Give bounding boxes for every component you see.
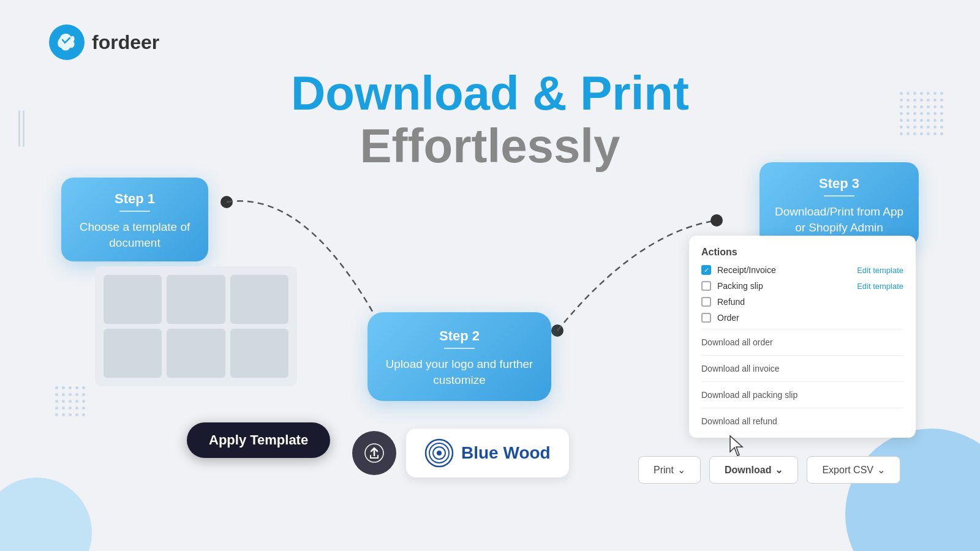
bottom-buttons: Print ⌄ Download ⌄ Export CSV ⌄ bbox=[638, 456, 900, 484]
actions-panel: Actions Receipt/Invoice Edit template Pa… bbox=[689, 236, 916, 438]
blue-wood-card: Blue Wood bbox=[406, 429, 569, 478]
checkbox-packing[interactable] bbox=[701, 281, 711, 291]
template-grid bbox=[95, 266, 297, 386]
action-label-order: Order bbox=[717, 313, 739, 323]
template-cell-1[interactable] bbox=[104, 275, 162, 324]
download-all-invoice[interactable]: Download all invoice bbox=[701, 361, 903, 377]
template-cell-4[interactable] bbox=[104, 329, 162, 378]
template-cell-5[interactable] bbox=[167, 329, 225, 378]
share-icon bbox=[364, 443, 384, 463]
step1-divider bbox=[119, 211, 150, 212]
divider-2 bbox=[701, 355, 903, 356]
action-row-packing: Packing slip Edit template bbox=[701, 281, 903, 291]
blue-wood-name: Blue Wood bbox=[461, 443, 551, 463]
template-cell-6[interactable] bbox=[230, 329, 288, 378]
apply-template-button[interactable]: Apply Template bbox=[187, 422, 330, 458]
step1-description: Choose a template of document bbox=[76, 219, 194, 250]
divider-4 bbox=[701, 408, 903, 408]
action-row-order: Order bbox=[701, 313, 903, 323]
svg-point-3 bbox=[551, 324, 564, 337]
svg-point-1 bbox=[221, 196, 233, 208]
svg-point-4 bbox=[710, 214, 723, 227]
edit-link-receipt[interactable]: Edit template bbox=[857, 266, 903, 275]
step1-card: Step 1 Choose a template of document bbox=[61, 178, 208, 261]
step1-number: Step 1 bbox=[76, 191, 194, 207]
logo-text: fordeer bbox=[92, 31, 159, 54]
download-label: Download bbox=[725, 465, 771, 476]
share-icon-wrap bbox=[352, 431, 396, 475]
download-chevron: ⌄ bbox=[775, 464, 783, 476]
download-all-packing-slip[interactable]: Download all packing slip bbox=[701, 387, 903, 403]
action-row-receipt: Receipt/Invoice Edit template bbox=[701, 265, 903, 275]
fordeer-logo-icon bbox=[49, 24, 85, 60]
print-chevron: ⌄ bbox=[677, 464, 685, 476]
template-cell-3[interactable] bbox=[230, 275, 288, 324]
template-cell-2[interactable] bbox=[167, 275, 225, 324]
checkbox-refund[interactable] bbox=[701, 297, 711, 307]
download-button[interactable]: Download ⌄ bbox=[709, 456, 798, 484]
step2-divider bbox=[444, 348, 475, 349]
mouse-cursor bbox=[729, 435, 746, 457]
action-row-refund: Refund bbox=[701, 297, 903, 307]
decorative-circle-br bbox=[845, 429, 980, 551]
hero-line1: Download & Print bbox=[0, 67, 980, 120]
step2-number: Step 2 bbox=[385, 328, 534, 344]
svg-point-9 bbox=[437, 451, 442, 455]
export-csv-label: Export CSV bbox=[822, 465, 873, 476]
step3-card: Step 3 Download/Print from App or Shopif… bbox=[760, 162, 919, 246]
checkbox-order[interactable] bbox=[701, 313, 711, 323]
step3-divider bbox=[824, 195, 854, 197]
header: fordeer bbox=[49, 24, 159, 60]
step2-card: Step 2 Upload your logo and further cust… bbox=[368, 312, 551, 401]
export-csv-button[interactable]: Export CSV ⌄ bbox=[807, 456, 900, 484]
print-button[interactable]: Print ⌄ bbox=[638, 456, 701, 484]
action-label-refund: Refund bbox=[717, 297, 745, 307]
step3-number: Step 3 bbox=[774, 176, 904, 192]
main-title-area: Download & Print Effortlessly bbox=[0, 67, 980, 173]
step2-description: Upload your logo and further customize bbox=[385, 356, 534, 388]
action-label-packing: Packing slip bbox=[717, 281, 763, 291]
action-label-receipt: Receipt/Invoice bbox=[717, 265, 776, 275]
decorative-circle-bl bbox=[0, 478, 92, 551]
export-csv-chevron: ⌄ bbox=[877, 464, 885, 476]
brand-area: Blue Wood bbox=[352, 429, 569, 478]
download-all-order[interactable]: Download all order bbox=[701, 334, 903, 350]
blue-wood-logo-icon bbox=[424, 438, 454, 468]
divider-3 bbox=[701, 381, 903, 382]
divider-1 bbox=[701, 329, 903, 329]
step3-description: Download/Print from App or Shopify Admin bbox=[774, 204, 904, 235]
checkbox-receipt[interactable] bbox=[701, 265, 711, 275]
dot-grid-bl bbox=[55, 386, 85, 416]
edit-link-packing[interactable]: Edit template bbox=[857, 282, 903, 291]
download-all-refund[interactable]: Download all refund bbox=[701, 413, 903, 429]
actions-title: Actions bbox=[701, 247, 903, 258]
print-label: Print bbox=[654, 465, 674, 476]
